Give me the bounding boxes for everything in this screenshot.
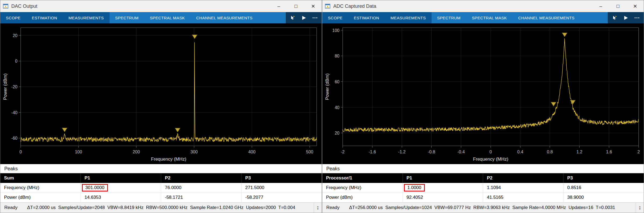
toolstrip: SCOPE ESTIMATION MEASUREMENTS SPECTRUM S… (0, 12, 322, 23)
toolbar-quick-actions: ⋯ (607, 12, 644, 23)
pointer-tool-icon[interactable] (612, 15, 617, 21)
pointer-tool-icon[interactable] (290, 15, 295, 21)
scope-app-icon (325, 3, 331, 9)
spectrum-plot-area: -2-1.6-1.2-0.8-0.400.40.81.21.6210080604… (322, 23, 644, 164)
tab-estimation[interactable]: ESTIMATION (348, 12, 385, 23)
maximize-button[interactable]: □ (609, 0, 627, 12)
close-button[interactable]: × (627, 0, 644, 12)
col-header-source: Processor/1 (322, 173, 403, 183)
spectrum-chart[interactable]: -2-1.6-1.2-0.8-0.400.40.81.21.6210080604… (322, 23, 644, 164)
svg-text:Power (dBm): Power (dBm) (3, 73, 8, 100)
scope-app-icon (3, 3, 9, 9)
tab-measurements[interactable]: MEASUREMENTS (63, 12, 109, 23)
peak-p3-frequency: 271.5000 (245, 185, 264, 190)
tab-estimation[interactable]: ESTIMATION (26, 12, 63, 23)
svg-text:-2: -2 (341, 150, 345, 154)
peak-p2-frequency: 76.0000 (165, 185, 181, 190)
status-ready: Ready (322, 205, 349, 210)
col-header-source: Sum (0, 173, 81, 183)
spectrum-chart[interactable]: 0100200300400500200-20-40-60Frequency (M… (0, 23, 322, 164)
more-options-icon[interactable]: ⋯ (634, 15, 640, 21)
svg-text:0: 0 (490, 150, 492, 154)
svg-text:200: 200 (133, 150, 140, 154)
col-header-p2: P2 (483, 173, 563, 183)
status-bar: Ready ΔT=2.0000 us Samples/Update=2048 V… (0, 203, 322, 213)
svg-text:500: 500 (306, 150, 313, 154)
tab-channel-measurements[interactable]: CHANNEL MEASUREMENTS (190, 12, 258, 23)
peak-cell: -58.1721 (161, 193, 241, 202)
maximize-button[interactable]: □ (287, 0, 305, 12)
peak-p1-power: 14.6353 (85, 195, 101, 200)
row-label-cell: Power (dBm) (0, 193, 81, 202)
peak-p3-frequency: 0.8516 (567, 185, 581, 190)
svg-text:Power (dBm): Power (dBm) (325, 73, 330, 100)
minimize-button[interactable]: – (270, 0, 287, 12)
tab-scope[interactable]: SCOPE (322, 12, 348, 23)
peak-cell: 14.6353 (81, 193, 161, 202)
toolstrip: SCOPE ESTIMATION MEASUREMENTS SPECTRUM S… (322, 12, 644, 23)
run-icon[interactable] (301, 15, 307, 21)
peaks-table: Processor/1 P1 P2 P3 Frequency (MHz) 1.0… (322, 173, 644, 203)
more-options-icon[interactable]: ⋯ (312, 15, 318, 21)
svg-text:0.8: 0.8 (547, 150, 553, 154)
status-info: ΔT=2.0000 us Samples/Update=2048 VBW=8.8… (27, 205, 295, 210)
context-tab-group: SPECTRUM SPECTRAL MASK CHANNEL MEASUREME… (110, 12, 285, 23)
peak-p2-power: 41.5165 (487, 195, 503, 200)
grip-down-arrow-icon: ▾ (639, 208, 641, 210)
svg-text:2: 2 (638, 150, 640, 154)
close-button[interactable]: × (305, 0, 322, 12)
svg-text:-1.2: -1.2 (398, 150, 406, 154)
peak-cell: 1.1094 (483, 183, 563, 193)
col-header-p3: P3 (563, 173, 644, 183)
status-info: ΔT=256.0000 us Samples/Update=1024 VBW=6… (349, 205, 615, 210)
svg-text:80: 80 (335, 54, 339, 58)
tab-spectrum[interactable]: SPECTRUM (110, 12, 144, 23)
svg-text:-0.8: -0.8 (428, 150, 435, 154)
peak-p3-power: 38.9000 (567, 195, 584, 200)
tab-spectral-mask[interactable]: SPECTRAL MASK (144, 12, 191, 23)
col-header-p1: P1 (403, 173, 483, 183)
svg-text:100: 100 (75, 150, 82, 154)
peak-p1-frequency: 301.0000 (82, 184, 108, 192)
status-bar: Ready ΔT=256.0000 us Samples/Update=1024… (322, 203, 644, 213)
svg-text:400: 400 (248, 150, 256, 154)
peaks-header-row: Sum P1 P2 P3 (0, 173, 322, 183)
peaks-header-row: Processor/1 P1 P2 P3 (322, 173, 644, 183)
svg-text:300: 300 (190, 150, 198, 154)
svg-text:100: 100 (332, 28, 339, 33)
status-resize-grip-icon[interactable]: ▴ ▾ (314, 203, 322, 213)
svg-text:20: 20 (13, 33, 17, 38)
minimize-button[interactable]: – (592, 0, 609, 12)
peaks-panel: Peaks Processor/1 P1 P2 P3 Frequency (MH… (322, 164, 644, 203)
status-ready: Ready (0, 205, 27, 210)
grip-down-arrow-icon: ▾ (317, 208, 319, 210)
peak-p3-power: -58.2077 (245, 195, 263, 200)
peaks-panel-title: Peaks (322, 164, 644, 173)
tab-channel-measurements[interactable]: CHANNEL MEASUREMENTS (512, 12, 580, 23)
row-label-cell: Frequency (MHz) (0, 183, 81, 193)
svg-text:1.2: 1.2 (576, 150, 582, 154)
titlebar[interactable]: DAC Output – □ × (0, 0, 322, 12)
status-resize-grip-icon[interactable]: ▴ ▾ (636, 203, 644, 213)
peak-cell: 76.0000 (161, 183, 241, 193)
titlebar[interactable]: ADC Captured Data – □ × (322, 0, 644, 12)
tab-spectrum[interactable]: SPECTRUM (432, 12, 466, 23)
peaks-panel: Peaks Sum P1 P2 P3 Frequency (MHz) 301.0… (0, 164, 322, 203)
tab-scope[interactable]: SCOPE (0, 12, 26, 23)
run-icon[interactable] (623, 15, 629, 21)
tab-spectral-mask[interactable]: SPECTRAL MASK (466, 12, 513, 23)
svg-text:1.6: 1.6 (606, 150, 612, 154)
svg-text:Frequency (MHz): Frequency (MHz) (151, 157, 186, 162)
svg-text:Frequency (MHz): Frequency (MHz) (473, 157, 508, 162)
peak-cell: 38.9000 (563, 193, 644, 202)
col-header-p1: P1 (81, 173, 161, 183)
peak-p1-power: 92.4052 (407, 195, 423, 200)
window-title: ADC Captured Data (333, 3, 376, 9)
desktop: DAC Output – □ × SCOPE ESTIMATION MEASUR… (0, 0, 644, 213)
peaks-table: Sum P1 P2 P3 Frequency (MHz) 301.0000 76… (0, 173, 322, 203)
peak-cell: 92.4052 (403, 193, 483, 202)
tab-measurements[interactable]: MEASUREMENTS (385, 12, 431, 23)
context-tab-group: SPECTRUM SPECTRAL MASK CHANNEL MEASUREME… (432, 12, 607, 23)
peak-cell: 271.5000 (241, 183, 322, 193)
peak-cell: -58.2077 (241, 193, 322, 202)
